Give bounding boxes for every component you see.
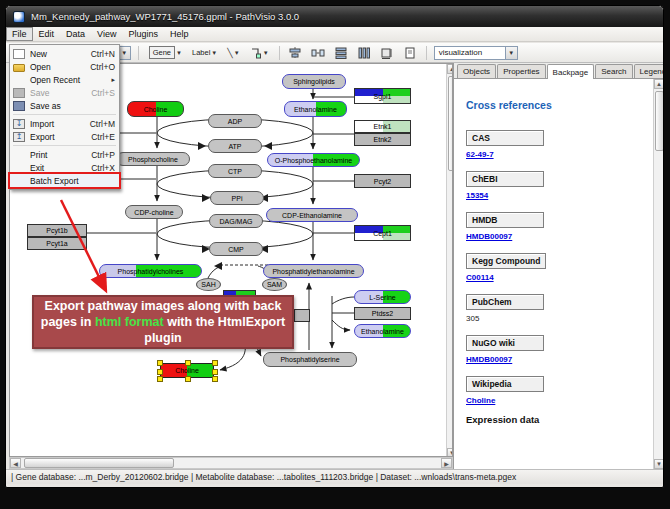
node-dag-mag[interactable]: DAG/MAG [209, 214, 263, 228]
align-center-icon[interactable] [287, 45, 304, 61]
node-choline-top[interactable]: Choline [127, 101, 184, 117]
scrollbar-thumb[interactable] [24, 458, 174, 468]
node-cdp-choline[interactable]: CDP-choline [125, 205, 183, 219]
tab-legend[interactable]: Legend [634, 64, 664, 78]
stack-horizontal-icon[interactable] [356, 45, 373, 61]
tab-backpage[interactable]: Backpage [547, 64, 595, 79]
node-ethanolamine-lower[interactable]: Ethanolamine [354, 324, 411, 338]
node-sah[interactable]: SAH [196, 278, 221, 291]
node-pcyt1b[interactable]: Pcyt1b [27, 224, 87, 237]
expression-data-heading: Expression data [466, 414, 653, 425]
toolbar-separator [138, 46, 139, 60]
selection-handle[interactable] [157, 376, 163, 382]
menu-item-batch-export[interactable]: Batch Export [10, 174, 119, 187]
menu-item-exit[interactable]: ExitCtrl+X [10, 161, 119, 174]
node-ctp[interactable]: CTP [208, 164, 262, 178]
node-phosphatidylcholines[interactable]: Phosphatidylcholines [99, 264, 202, 278]
stack-vertical-icon[interactable] [333, 45, 350, 61]
node-sphingolipids[interactable]: Sphingolipids [282, 74, 346, 89]
canvas-horizontal-scrollbar[interactable]: ◀ ▶ [9, 457, 453, 469]
node-atp[interactable]: ATP [208, 139, 262, 153]
node-phosphatidylethanolamine[interactable]: Phosphatidylethanolamine [263, 264, 364, 278]
node-chpt[interactable] [294, 309, 310, 322]
menu-item-print[interactable]: PrintCtrl+P [10, 148, 119, 161]
title-bar[interactable]: Mm_Kennedy_pathway_WP1771_45176.gpml - P… [6, 6, 663, 27]
chevron-down-icon[interactable]: ▼ [505, 47, 517, 59]
node-ptdss2[interactable]: Ptdss2 [354, 307, 411, 320]
node-ppi[interactable]: PPi [210, 191, 264, 205]
node-ethanolamine-top[interactable]: Ethanolamine [284, 101, 347, 117]
datanode-template-button[interactable]: Gene ▼ [146, 44, 185, 61]
chevron-down-icon[interactable]: ▼ [263, 50, 269, 56]
menu-view[interactable]: View [91, 27, 122, 41]
selection-handle[interactable] [212, 369, 218, 375]
xref-link[interactable]: HMDB00097 [466, 355, 512, 364]
node-pcyt1a[interactable]: Pcyt1a [27, 237, 87, 250]
node-adp[interactable]: ADP [208, 114, 262, 128]
menu-help[interactable]: Help [164, 27, 195, 41]
xref-section-kegg-compound: Kegg CompoundC00114 [466, 250, 653, 282]
tab-search[interactable]: Search [595, 64, 632, 78]
node-label: Ethanolamine [361, 328, 404, 335]
canvas-vertical-scrollbar[interactable]: ▲ ▼ [446, 64, 453, 457]
node-l-serine[interactable]: L-Serine [354, 290, 411, 304]
selection-handle[interactable] [212, 376, 218, 382]
node-cmp[interactable]: CMP [209, 242, 263, 256]
line-tool-button[interactable]: ╲ ▼ [224, 46, 242, 60]
menu-data[interactable]: Data [60, 27, 91, 41]
xref-link[interactable]: C00114 [466, 273, 494, 282]
chevron-down-icon[interactable]: ▼ [234, 50, 240, 56]
selection-handle[interactable] [157, 360, 163, 366]
scroll-left-icon[interactable]: ◀ [10, 458, 21, 468]
menu-item-new[interactable]: NewCtrl+N [10, 47, 119, 60]
selection-handle[interactable] [212, 360, 218, 366]
connector-tool-button[interactable]: ▼ [247, 45, 272, 61]
node-o-phosphoethanolamine[interactable]: O-Phosphoethanolamine [267, 153, 360, 167]
xref-link[interactable]: 15354 [466, 191, 488, 200]
selection-handle[interactable] [185, 376, 191, 382]
node-phosphatidylserine[interactable]: Phosphatidylserine [263, 352, 357, 367]
node-pcyt2[interactable]: Pcyt2 [354, 174, 411, 188]
node-etnk1[interactable]: Etnk1 [354, 120, 411, 133]
node-cept1[interactable]: Cept1 [354, 225, 411, 241]
menu-item-save[interactable]: SaveCtrl+S [10, 86, 119, 99]
menu-item-save-as[interactable]: Save as [10, 99, 119, 112]
menu-item-open[interactable]: OpenCtrl+O [10, 60, 119, 73]
menu-item-import[interactable]: ↧ImportCtrl+M [10, 117, 119, 130]
distribute-icon[interactable] [310, 45, 327, 61]
scrollbar-thumb[interactable] [655, 91, 664, 151]
menu-plugins[interactable]: Plugins [122, 27, 164, 41]
node-sgpl1[interactable]: Sgpl1 [354, 88, 411, 104]
label-tool-button[interactable]: Label ▼ [189, 46, 220, 59]
node-label: Pcyt2 [374, 178, 392, 185]
scroll-down-icon[interactable]: ▼ [654, 459, 664, 469]
sidebar-scrollbar[interactable]: ▲ ▼ [653, 79, 664, 469]
node-cdp-ethanolamine[interactable]: CDP-Ethanolamine [266, 208, 358, 222]
menu-edit[interactable]: Edit [33, 27, 61, 41]
scroll-up-icon[interactable]: ▲ [654, 79, 664, 89]
toolbar-separator [426, 46, 427, 60]
chevron-down-icon[interactable]: ▼ [211, 50, 217, 56]
menu-item-open-recent[interactable]: Open Recent▸ [10, 73, 119, 86]
node-sam[interactable]: SAM [262, 278, 287, 291]
menu-file[interactable]: File [6, 27, 33, 41]
xref-link[interactable]: 62-49-7 [466, 150, 494, 159]
selection-handle[interactable] [157, 369, 163, 375]
tab-objects[interactable]: Objects [457, 64, 496, 78]
common-size-icon[interactable] [379, 45, 396, 61]
tab-properties[interactable]: Properties [497, 64, 545, 78]
node-label: ADP [228, 118, 242, 125]
xref-link[interactable]: HMDB00097 [466, 232, 512, 241]
export-image-icon[interactable] [402, 45, 419, 61]
node-choline-selected[interactable]: Choline [160, 363, 214, 378]
chevron-down-icon[interactable]: ▼ [176, 50, 182, 56]
node-etnk2[interactable]: Etnk2 [354, 133, 411, 146]
node-phosphocholine[interactable]: Phosphocholine [116, 152, 190, 166]
xref-link[interactable]: Choline [466, 396, 495, 405]
visualization-combobox[interactable]: visualization ▼ [434, 46, 518, 60]
scroll-right-icon[interactable]: ▶ [441, 458, 452, 468]
selection-handle[interactable] [185, 360, 191, 366]
menu-item-export[interactable]: ↥ExportCtrl+E [10, 130, 119, 143]
gene-template-label: Gene [149, 46, 175, 59]
visualization-value: visualization [435, 48, 505, 57]
